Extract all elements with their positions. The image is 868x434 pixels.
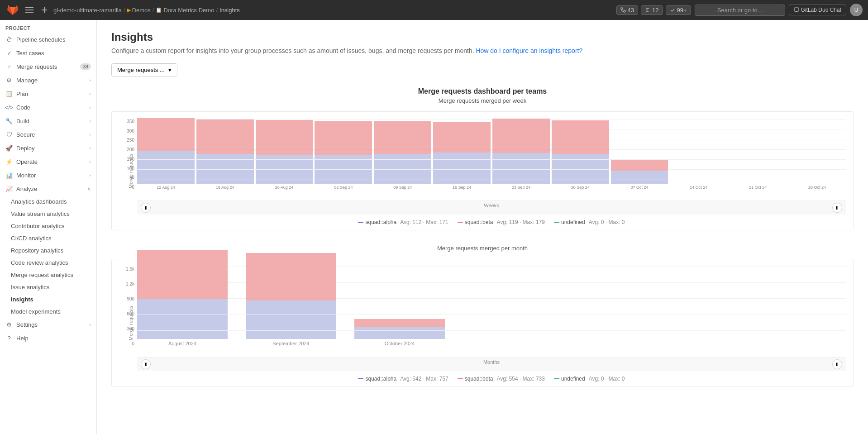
monitor-icon: 📊 (5, 172, 13, 179)
chart2-container: Merge requests 1.5k 1.2k 900 (111, 259, 854, 387)
new-item-button[interactable] (39, 5, 50, 15)
bar-monthly-alpha-2 (246, 300, 336, 339)
legend-alpha-label-1: squad::alpha (365, 219, 396, 225)
bar-alpha-7 (492, 153, 550, 184)
legend-alpha-1: squad::alpha Avg: 112 · Max: 171 (358, 219, 448, 225)
merge-requests-badge: 38 (80, 63, 91, 70)
sidebar-toggle-button[interactable] (24, 4, 35, 16)
bar-monthly-2: September 2024 (246, 252, 336, 346)
sidebar-item-analyze[interactable]: 📈 Analyze ∨ (0, 182, 96, 196)
insights-help-link[interactable]: How do I configure an insights report? (476, 47, 582, 54)
sidebar-item-build[interactable]: 🔧 Build › (0, 114, 96, 128)
sidebar-item-value-stream-analytics[interactable]: Value stream analytics (0, 208, 96, 220)
legend-beta-avg-1: Avg: 119 · Max: 179 (496, 219, 545, 225)
report-dropdown[interactable]: Merge requests ... ▾ (111, 63, 177, 76)
sidebar-item-merge-request-analytics[interactable]: Merge request analytics (0, 269, 96, 281)
todos-counter[interactable]: 99+ (666, 5, 691, 15)
code-icon: </> (5, 104, 13, 111)
sidebar-item-repository-analytics[interactable]: Repository analytics (0, 244, 96, 257)
legend-beta-label-1: squad::beta (465, 219, 493, 225)
bar-alpha-1 (137, 151, 195, 184)
chart1-play-right[interactable]: ⏸ (832, 203, 842, 213)
pipeline-schedules-label: Pipeline schedules (16, 36, 65, 43)
sidebar-item-insights[interactable]: Insights (0, 293, 96, 305)
chart1-subtitle: Merge requests merged per week (111, 97, 854, 104)
sidebar-item-manage[interactable]: ⚙ Manage › (0, 73, 96, 87)
sidebar-item-issue-analytics[interactable]: Issue analytics (0, 281, 96, 293)
help-icon: ? (5, 334, 13, 342)
bar-beta-3 (256, 120, 313, 155)
bar-monthly-beta-3 (354, 319, 445, 327)
issues-count: 12 (652, 7, 658, 14)
bar-beta-1 (137, 118, 195, 151)
manage-arrow-icon: › (89, 77, 91, 83)
sidebar-item-contributor-analytics[interactable]: Contributor analytics (0, 220, 96, 232)
sidebar-item-deploy[interactable]: 🚀 Deploy › (0, 141, 96, 155)
alpha-color-swatch-2 (358, 378, 363, 379)
build-arrow-icon: › (89, 118, 91, 124)
sidebar-item-secure[interactable]: 🛡 Secure › (0, 128, 96, 141)
chart1-play-left[interactable]: ⏸ (141, 203, 151, 213)
sidebar-item-model-experiments[interactable]: Model experiments (0, 305, 96, 318)
build-icon: 🔧 (5, 117, 13, 124)
duo-chat-button[interactable]: GitLab Duo Chat (789, 5, 846, 15)
settings-arrow-icon: › (89, 322, 91, 327)
chart1-legend: squad::alpha Avg: 112 · Max: 171 squad::… (137, 215, 846, 230)
topbar-counters: 43 12 99+ (616, 5, 691, 15)
sidebar-item-operate[interactable]: ⚡ Operate › (0, 155, 96, 168)
chart1-bars: 12 Aug 24 19 Aug 24 (137, 119, 846, 200)
sidebar-item-pipeline-schedules[interactable]: ⏱ Pipeline schedules (0, 33, 96, 46)
deploy-icon: 🚀 (5, 144, 13, 152)
sidebar-item-analytics-dashboards[interactable]: Analytics dashboards (0, 196, 96, 208)
merge-requests-label: Merge requests (16, 63, 57, 70)
chart2-wrapper: 1.5k 1.2k 900 600 300 0 Aug (137, 267, 846, 357)
beta-color-swatch-2 (458, 378, 463, 379)
sidebar-item-help[interactable]: ? Help (0, 331, 96, 345)
bar-group-8: 30 Sep 24 (552, 116, 609, 190)
bar-alpha-3 (256, 155, 313, 184)
legend-undefined-1: undefined Avg: 0 · Max: 0 (554, 219, 625, 225)
breadcrumb-current: Insights (219, 7, 240, 14)
chart1-controls: ⏸ Weeks ⏸ (137, 200, 846, 215)
search-button[interactable]: Search or go to... (695, 5, 785, 16)
sidebar-item-monitor[interactable]: 📊 Monitor › (0, 168, 96, 182)
operate-arrow-icon: › (89, 159, 91, 164)
user-avatar[interactable]: U (850, 4, 863, 16)
bar-alpha-2 (196, 154, 254, 184)
monitor-arrow-icon: › (89, 172, 91, 178)
page-title: Insights (111, 31, 854, 43)
sidebar-item-cicd-analytics[interactable]: CI/CD analytics (0, 232, 96, 244)
todos-count: 99+ (677, 7, 687, 14)
undefined-color-swatch-1 (554, 222, 559, 223)
shield-icon: 🛡 (5, 131, 13, 138)
sidebar-item-test-cases[interactable]: ✓ Test cases (0, 46, 96, 60)
manage-icon: ⚙ (5, 76, 13, 84)
chart2-play-right[interactable]: ⏸ (832, 359, 842, 369)
sidebar-item-plan[interactable]: 📋 Plan › (0, 87, 96, 100)
chart1-x-label: Weeks (484, 203, 499, 213)
svg-rect-1 (25, 10, 33, 10)
chart2-bars: August 2024 September 2024 (137, 267, 846, 357)
bar-alpha-6 (433, 153, 491, 184)
sidebar-item-settings[interactable]: ⚙ Settings › (0, 318, 96, 331)
secure-arrow-icon: › (89, 132, 91, 137)
sidebar-item-code-review-analytics[interactable]: Code review analytics (0, 257, 96, 269)
issues-counter[interactable]: 12 (641, 5, 663, 15)
analyze-icon: 📈 (5, 185, 13, 192)
topbar: gl-demo-ultimate-ramarilla / ▶ Demos / 📋… (0, 0, 868, 20)
plan-arrow-icon: › (89, 91, 91, 96)
bar-alpha-5 (374, 154, 431, 184)
project-section-label: Project (0, 20, 96, 33)
chart2-play-left[interactable]: ⏸ (141, 359, 151, 369)
bar-group-5: 09 Sep 24 (374, 117, 431, 190)
svg-rect-2 (25, 12, 33, 13)
legend-alpha-2: squad::alpha Avg: 542 · Max: 757 (358, 376, 448, 382)
bar-alpha-4 (315, 155, 372, 184)
bar-group-3: 26 Aug 24 (256, 115, 313, 190)
sidebar-item-code[interactable]: </> Code › (0, 100, 96, 114)
sidebar-item-merge-requests[interactable]: ⑂ Merge requests 38 (0, 60, 96, 73)
page-description: Configure a custom report for insights i… (111, 47, 854, 54)
breadcrumb-demos: ▶ Demos (127, 7, 151, 14)
bar-group-1: 12 Aug 24 (137, 114, 195, 190)
merge-requests-counter[interactable]: 43 (616, 5, 638, 15)
